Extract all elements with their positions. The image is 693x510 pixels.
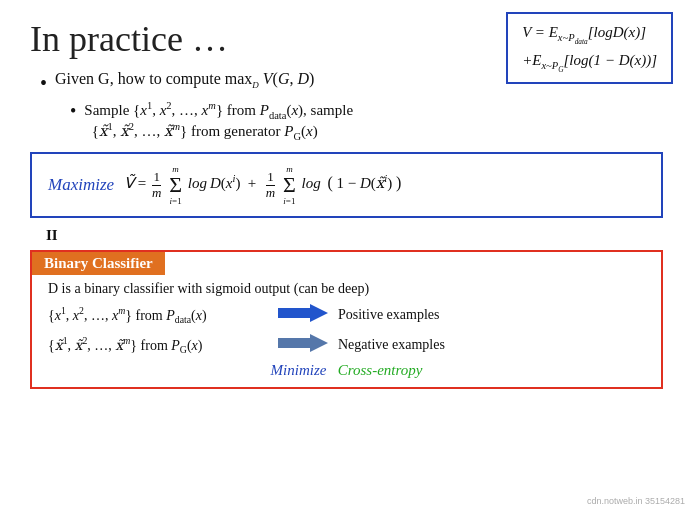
top-formula-box: V = Ex~Pdata[logD(x)] +Ex~PG[log(1 − D(x… [506,12,673,84]
row2-math: {x̃1, x̃2, …, x̃m} from PG(x) [48,335,268,355]
maximize-label: Maximize [48,175,114,195]
roman-numeral-two: II [46,227,58,244]
bullet-text-1: Given G, how to compute maxD V(G, D) [55,70,314,90]
binary-classifier-section: Binary Classifier D is a binary classifi… [30,250,663,389]
bullet-sub-dot-1: • [70,100,76,123]
minimize-label: Minimize [271,362,327,378]
cross-entropy-label: Cross-entropy [338,362,423,378]
formula-line2: +Ex~PG[log(1 − D(x))] [522,48,657,76]
binary-row-positive: {x1, x2, …, xm} from Pdata(x) Positive e… [48,302,645,328]
fraction-2: 1 m [266,170,275,200]
bullet-sub-1: • Sample {x1, x2, …, xm} from Pdata(x), … [70,100,663,142]
maximize-box: Maximize Ṽ = 1 m m Σ i=1 log D(xi) + 1 m… [30,152,663,218]
sigma-1: m Σ i=1 [169,164,182,206]
watermark: cdn.notweb.in 35154281 [587,496,685,506]
row1-label: Positive examples [338,307,440,323]
row1-math: {x1, x2, …, xm} from Pdata(x) [48,305,268,325]
row2-label: Negative examples [338,337,445,353]
positive-arrow [278,302,328,328]
svg-marker-0 [278,304,328,322]
sigma-2: m Σ i=1 [283,164,296,206]
svg-marker-1 [278,334,328,352]
bullet-dot-1: • [40,70,47,96]
formula-line1: V = Ex~Pdata[logD(x)] [522,20,657,48]
minimize-line: Minimize Cross-entropy [48,362,645,379]
binary-row-negative: {x̃1, x̃2, …, x̃m} from PG(x) Negative e… [48,332,645,358]
negative-arrow [278,332,328,358]
binary-desc: D is a binary classifier with sigmoid ou… [48,281,645,297]
maximize-equation: Ṽ = 1 m m Σ i=1 log D(xi) + 1 m m Σ i=1 [124,164,401,206]
slide: V = Ex~Pdata[logD(x)] +Ex~PG[log(1 − D(x… [0,0,693,510]
binary-content: D is a binary classifier with sigmoid ou… [32,275,661,387]
binary-header: Binary Classifier [32,252,661,275]
fraction-1: 1 m [152,170,161,200]
bullet-sub-text-1: Sample {x1, x2, …, xm} from Pdata(x), sa… [84,100,353,142]
